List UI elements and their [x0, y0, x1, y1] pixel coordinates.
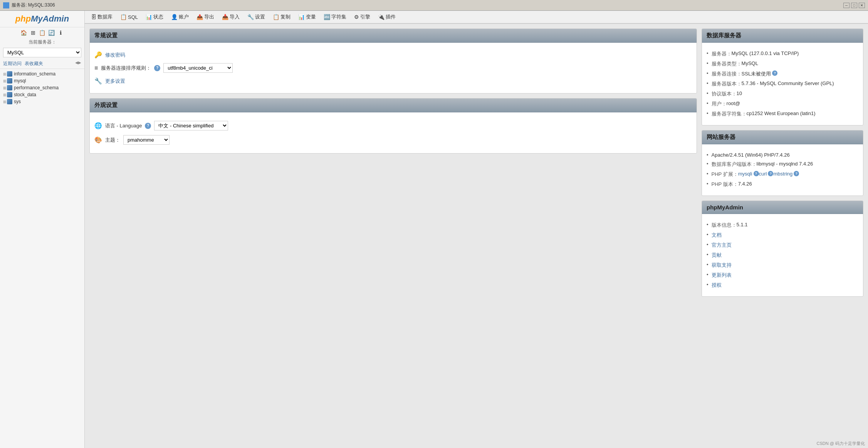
db-server-item-type: 服务器类型： MySQL: [707, 59, 858, 69]
license-link[interactable]: 授权: [712, 282, 722, 289]
language-help-icon[interactable]: ?: [145, 123, 151, 129]
curl-help-icon[interactable]: ?: [768, 171, 773, 176]
toolbar-charset[interactable]: 🔤 字符集: [321, 12, 349, 22]
mbstring-link[interactable]: mbstring: [773, 171, 792, 177]
web-server-panel: 网站服务器 Apache/2.4.51 (Win64) PHP/7.4.26 数…: [702, 130, 863, 196]
collation-label: 服务器连接排序规则：: [101, 65, 151, 72]
engines-icon: ⚙: [354, 14, 359, 20]
db-server-value-version: 5.7.36 - MySQL Community Server (GPL): [742, 80, 834, 86]
toolbar-export[interactable]: 📤 导出: [193, 12, 217, 22]
change-password-link[interactable]: 修改密码: [105, 52, 125, 59]
phpmyadmin-panel: phpMyAdmin 版本信息： 5.1.1 文档 官方主页: [702, 201, 863, 297]
phpmyadmin-support: 获取支持: [707, 260, 858, 270]
collation-select[interactable]: utf8mb4_unicode_ci: [163, 63, 233, 73]
web-server-item-php-version: PHP 版本： 7.4.26: [707, 179, 858, 189]
web-server-list: Apache/2.4.51 (Win64) PHP/7.4.26 数据库客户端版…: [707, 150, 858, 189]
toolbar-sql-label: SQL: [128, 14, 138, 20]
toolbar-variables[interactable]: 📊 变量: [295, 12, 319, 22]
mbstring-help-icon[interactable]: ?: [794, 171, 799, 176]
mysqli-link[interactable]: mysqli: [738, 171, 752, 177]
db-server-value-server: MySQL (127.0.0.1 via TCP/IP): [732, 50, 799, 56]
contribute-link[interactable]: 贡献: [712, 252, 722, 259]
more-settings-icon: 🔧: [94, 77, 102, 85]
db-icon: [7, 78, 12, 84]
toolbar-replication[interactable]: 📋 复制: [270, 12, 294, 22]
language-select[interactable]: 中文 - Chinese simplified: [154, 121, 228, 130]
status-icon: 📊: [146, 14, 152, 20]
phpmyadmin-header: phpMyAdmin: [702, 201, 863, 214]
toolbar-export-label: 导出: [204, 13, 214, 20]
settings-icon: 🔧: [247, 14, 254, 20]
doc-link[interactable]: 文档: [712, 232, 722, 239]
charset-icon: 🔤: [324, 14, 330, 20]
toolbar-database[interactable]: 🗄 数据库: [88, 12, 116, 22]
replication-icon: 📋: [273, 14, 279, 20]
db-item-stock-data[interactable]: ⊞ stock_data: [0, 91, 84, 98]
toolbar-settings-label: 设置: [255, 13, 265, 20]
grid-icon[interactable]: ⊞: [29, 29, 37, 37]
left-panel: 常规设置 🔑 修改密码 ≡ 服务器连接排序规则： ? utf8mb4_unico…: [89, 28, 697, 435]
support-link[interactable]: 获取支持: [712, 262, 732, 269]
list-icon[interactable]: 📋: [39, 29, 46, 37]
expand-icon: ⊞: [3, 86, 6, 90]
plugins-icon: 🔌: [378, 14, 384, 20]
db-server-label-server: 服务器：: [712, 50, 732, 57]
mysqli-help-icon[interactable]: ?: [754, 171, 759, 176]
collation-icon: ≡: [94, 65, 98, 72]
theme-row: 🎨 主题： pmahomme: [94, 133, 692, 147]
web-server-item-client: 数据库客户端版本： libmysql - mysqlnd 7.4.26: [707, 159, 858, 169]
refresh-icon[interactable]: 🔄: [48, 29, 55, 37]
toolbar-account[interactable]: 👤 账户: [168, 12, 192, 22]
changelog-link[interactable]: 更新列表: [712, 272, 732, 279]
close-button[interactable]: ✕: [859, 3, 865, 8]
theme-select[interactable]: pmahomme: [123, 135, 170, 145]
general-settings-header: 常规设置: [90, 29, 697, 43]
expand-icon: ⊞: [3, 79, 6, 83]
appearance-settings-header: 外观设置: [90, 99, 697, 112]
toolbar-status[interactable]: 📊 状态: [143, 12, 166, 22]
curl-link[interactable]: curl: [759, 171, 767, 177]
sidebar-nav-bar: 近期访问 表收藏夹 ◀▶: [0, 59, 84, 69]
db-name: information_schema: [14, 71, 55, 77]
collation-help-icon[interactable]: ?: [154, 65, 160, 71]
toolbar-sql[interactable]: 📋 SQL: [117, 13, 141, 21]
db-name: sys: [14, 99, 21, 104]
db-item-mysql[interactable]: ⊞ mysql: [0, 77, 84, 84]
db-server-value-user: root@: [727, 100, 740, 106]
toolbar-import[interactable]: 📥 导入: [219, 12, 243, 22]
connection-help-icon[interactable]: ?: [772, 70, 777, 76]
info-icon[interactable]: ℹ: [57, 29, 65, 37]
toolbar-engines[interactable]: ⚙ 引擎: [351, 12, 373, 22]
db-name: stock_data: [14, 92, 36, 97]
maximize-button[interactable]: □: [851, 3, 857, 8]
variables-icon: 📊: [298, 14, 305, 20]
minimize-button[interactable]: ─: [843, 3, 850, 8]
import-icon: 📥: [222, 14, 228, 20]
web-server-value-client: libmysql - mysqlnd 7.4.26: [757, 161, 813, 167]
more-settings-link[interactable]: 更多设置: [105, 78, 125, 85]
toolbar-plugins[interactable]: 🔌 插件: [375, 12, 399, 22]
toolbar-status-label: 状态: [153, 13, 163, 20]
db-item-information-schema[interactable]: ⊞ information_schema: [0, 70, 84, 77]
theme-label: 主题：: [105, 137, 120, 144]
main-area: 🗄 数据库 📋 SQL 📊 状态 👤 账户 📤 导出 📥 导入: [85, 11, 868, 448]
db-server-label-protocol: 协议版本：: [712, 90, 737, 97]
language-row: 🌐 语言 - Language ? 中文 - Chinese simplifie…: [94, 119, 692, 133]
favorites-link[interactable]: 表收藏夹: [25, 60, 43, 67]
db-icon: [7, 71, 12, 77]
change-password-row: 🔑 修改密码: [94, 49, 692, 61]
sql-icon: 📋: [120, 14, 127, 20]
server-select[interactable]: MySQL: [3, 48, 81, 57]
home-icon[interactable]: 🏠: [20, 29, 28, 37]
phpmyadmin-official: 官方主页: [707, 240, 858, 250]
db-item-sys[interactable]: ⊞ sys: [0, 98, 84, 105]
official-link[interactable]: 官方主页: [712, 242, 732, 249]
toolbar-settings[interactable]: 🔧 设置: [244, 12, 268, 22]
db-server-label-connection: 服务器连接：: [712, 70, 742, 77]
recent-link[interactable]: 近期访问: [3, 60, 22, 67]
export-icon: 📤: [196, 14, 203, 20]
db-server-value-type: MySQL: [742, 60, 758, 66]
db-item-performance-schema[interactable]: ⊞ performance_schema: [0, 84, 84, 91]
appearance-settings-panel: 外观设置 🌐 语言 - Language ? 中文 - Chinese simp…: [89, 98, 697, 154]
collapse-icon[interactable]: ◀▶: [75, 60, 81, 67]
